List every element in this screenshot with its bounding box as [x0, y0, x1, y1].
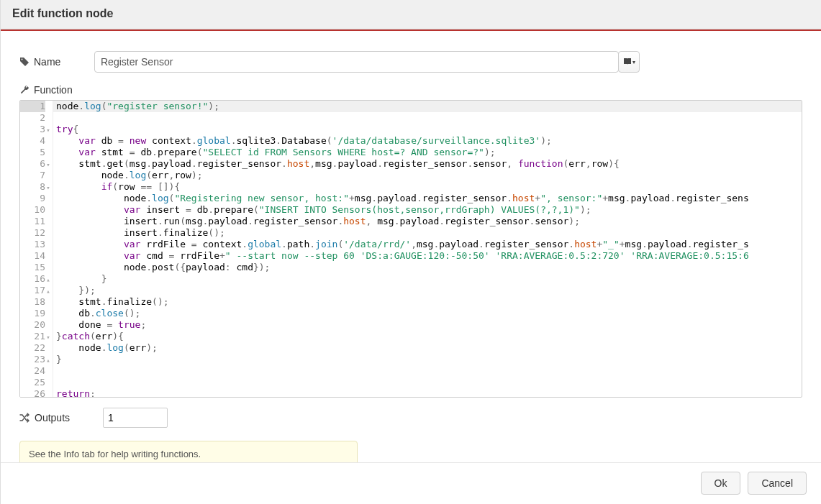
code-line[interactable]: node.post({payload: cmd}); — [53, 262, 802, 273]
gutter-line: 10 — [20, 204, 45, 216]
gutter-line: 24 — [20, 365, 45, 377]
gutter-line: 8▾ — [20, 181, 45, 193]
fold-marker-icon[interactable]: ▴ — [45, 354, 51, 366]
gutter-line: 11 — [20, 216, 45, 227]
fold-marker-icon[interactable]: ▾ — [45, 331, 51, 343]
gutter-line: 2 — [20, 112, 45, 124]
gutter-line: 17▴ — [20, 285, 45, 296]
gutter-line: 15 — [20, 262, 45, 273]
code-line[interactable]: if(row == []){ — [53, 181, 802, 193]
chevron-down-icon: ▾ — [632, 59, 635, 65]
name-row: Name ▾ — [19, 51, 802, 73]
outputs-input[interactable] — [103, 408, 168, 428]
code-line[interactable]: insert.finalize(); — [53, 227, 802, 239]
code-line[interactable]: node.log("register sensor!"); — [53, 101, 802, 112]
gutter-line: 20 — [20, 319, 45, 331]
code-line[interactable]: node.log(err,row); — [53, 170, 802, 181]
dialog-body: Name ▾ Function 12 — [1, 31, 821, 462]
gutter-line: 13 — [20, 239, 45, 250]
code-line[interactable]: var cmd = rrdFile+" --start now --step 6… — [53, 250, 802, 262]
code-line[interactable]: } — [53, 354, 802, 365]
code-line[interactable]: stmt.get(msg.payload.register_sensor.hos… — [53, 158, 802, 170]
gutter-line: 1 — [20, 101, 45, 112]
function-label: Function — [19, 84, 94, 96]
code-line[interactable]: var insert = db.prepare("INSERT INTO Sen… — [53, 204, 802, 216]
shuffle-icon — [19, 413, 30, 423]
code-line[interactable] — [53, 365, 802, 377]
wrench-icon — [19, 85, 30, 95]
outputs-row: Outputs — [19, 408, 802, 428]
gutter-line: 23▴ — [20, 354, 45, 365]
fold-marker-icon[interactable]: ▾ — [45, 159, 51, 170]
gutter-line: 21▾ — [20, 331, 45, 342]
gutter-line: 16▴ — [20, 273, 45, 285]
edit-function-dialog: Edit function node Name ▾ — [0, 0, 821, 504]
code-line[interactable]: insert.run(msg.payload.register_sensor.h… — [53, 216, 802, 227]
gutter-line: 18 — [20, 296, 45, 308]
name-label-text: Name — [34, 56, 60, 68]
gutter-line: 6▾ — [20, 158, 45, 170]
code-line[interactable]: var db = new context.global.sqlite3.Data… — [53, 135, 802, 147]
code-line[interactable] — [53, 377, 802, 388]
code-line[interactable]: node.log("Registering new sensor, host:"… — [53, 193, 802, 204]
outputs-label-text: Outputs — [35, 412, 70, 423]
gutter-line: 9 — [20, 193, 45, 204]
code-line[interactable] — [53, 112, 802, 124]
tag-icon — [19, 57, 30, 67]
function-label-text: Function — [34, 84, 73, 96]
gutter-line: 25 — [20, 377, 45, 388]
code-line[interactable]: } — [53, 273, 802, 285]
code-line[interactable]: var rrdFile = context.global.path.join('… — [53, 239, 802, 250]
gutter-line: 12 — [20, 227, 45, 239]
code-line[interactable]: }); — [53, 285, 802, 296]
gutter-line: 5 — [20, 147, 45, 158]
ok-button[interactable]: Ok — [701, 472, 741, 495]
code-line[interactable]: }catch(err){ — [53, 331, 802, 342]
gutter-line: 4 — [20, 135, 45, 147]
function-editor[interactable]: 123▾456▾78▾910111213141516▴17▴18192021▾2… — [19, 100, 802, 398]
dialog-title: Edit function node — [1, 0, 821, 29]
fold-marker-icon[interactable]: ▾ — [45, 182, 51, 193]
outputs-label: Outputs — [19, 412, 94, 423]
code-line[interactable]: return; — [53, 388, 802, 397]
code-line[interactable]: node.log(err); — [53, 342, 802, 354]
gutter-line: 14 — [20, 250, 45, 262]
code-line[interactable]: stmt.finalize(); — [53, 296, 802, 308]
name-label: Name — [19, 56, 94, 68]
gutter-line: 26 — [20, 388, 45, 398]
code-line[interactable]: db.close(); — [53, 308, 802, 319]
book-icon — [623, 58, 632, 66]
gutter-line: 22 — [20, 342, 45, 354]
cancel-button[interactable]: Cancel — [748, 472, 807, 495]
code-line[interactable]: done = true; — [53, 319, 802, 331]
gutter-line: 19 — [20, 308, 45, 319]
gutter-line: 7 — [20, 170, 45, 181]
svg-point-0 — [22, 59, 23, 60]
name-input-group: ▾ — [94, 51, 640, 73]
fold-marker-icon[interactable]: ▴ — [45, 285, 51, 297]
fold-marker-icon[interactable]: ▴ — [45, 274, 51, 285]
code-line[interactable]: try{ — [53, 124, 802, 135]
dialog-footer: Ok Cancel — [1, 462, 821, 504]
tip-text: See the Info tab for help writing functi… — [29, 449, 201, 459]
gutter-line: 3▾ — [20, 124, 45, 135]
editor-code-area[interactable]: node.log("register sensor!"); try{ var d… — [53, 101, 802, 397]
editor-gutter: 123▾456▾78▾910111213141516▴17▴18192021▾2… — [20, 101, 53, 397]
code-line[interactable]: var stmt = db.prepare("SELECT id FROM Se… — [53, 147, 802, 158]
fold-marker-icon[interactable]: ▾ — [45, 124, 51, 136]
tip-box: See the Info tab for help writing functi… — [19, 441, 358, 462]
name-type-picker[interactable]: ▾ — [618, 51, 640, 73]
function-row: Function — [19, 84, 802, 96]
name-input[interactable] — [94, 51, 619, 73]
